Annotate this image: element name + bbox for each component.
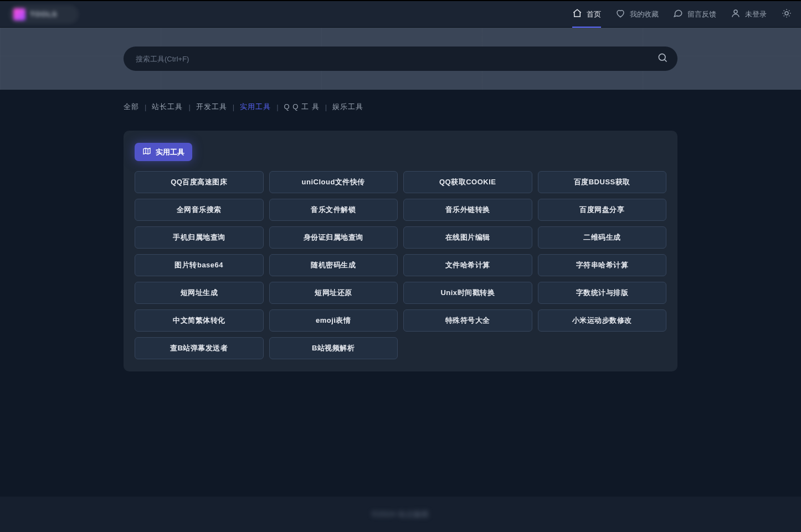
footer: ©2024 站点版权 [0, 497, 801, 532]
user-icon [731, 8, 741, 20]
tool-tile-21[interactable]: emoji表情 [269, 309, 398, 332]
svg-point-0 [734, 10, 737, 13]
tool-tile-16[interactable]: 短网址生成 [135, 282, 264, 304]
brand-text: TOOLS [30, 10, 58, 18]
category-separator: | [276, 103, 278, 111]
tool-tile-9[interactable]: 身份证归属地查询 [269, 226, 398, 249]
tool-tile-10[interactable]: 在线图片编辑 [403, 226, 532, 249]
hero-section [0, 28, 801, 90]
category-bar: 全部|站长工具|开发工具|实用工具|Q Q 工 具|娱乐工具 [0, 90, 801, 117]
brand-logo[interactable]: TOOLS [9, 5, 79, 24]
svg-point-2 [659, 54, 665, 60]
tool-tile-12[interactable]: 图片转base64 [135, 254, 264, 276]
search-bar [124, 47, 677, 71]
tool-tile-0[interactable]: QQ百度高速图床 [135, 171, 264, 193]
section-title: 实用工具 [156, 147, 184, 157]
nav-feedback[interactable]: 留言反馈 [673, 1, 716, 28]
tool-tile-25[interactable]: B站视频解析 [269, 337, 398, 359]
tool-tile-19[interactable]: 字数统计与排版 [538, 282, 667, 304]
tools-panel: 实用工具 QQ百度高速图床uniCloud文件快传QQ获取COOKIE百度BDU… [124, 131, 677, 371]
tools-grid: QQ百度高速图床uniCloud文件快传QQ获取COOKIE百度BDUSS获取全… [135, 171, 666, 359]
tool-tile-2[interactable]: QQ获取COOKIE [403, 171, 532, 193]
tool-tile-18[interactable]: Unix时间戳转换 [403, 282, 532, 304]
category-separator: | [188, 103, 190, 111]
category-1[interactable]: 站长工具 [152, 102, 183, 112]
main-nav: 首页 我的收藏 留言反馈 未登录 [572, 1, 792, 28]
tool-tile-1[interactable]: uniCloud文件快传 [269, 171, 398, 193]
nav-feedback-label: 留言反馈 [687, 9, 716, 19]
sun-icon [782, 8, 792, 20]
category-4[interactable]: Q Q 工 具 [284, 102, 320, 112]
tool-tile-23[interactable]: 小米运动步数修改 [538, 309, 667, 332]
category-separator: | [325, 103, 327, 111]
theme-toggle[interactable] [781, 9, 792, 20]
tool-tile-22[interactable]: 特殊符号大全 [403, 309, 532, 332]
tool-tile-24[interactable]: 查B站弹幕发送者 [135, 337, 264, 359]
tool-tile-17[interactable]: 短网址还原 [269, 282, 398, 304]
search-icon [657, 52, 668, 65]
svg-point-1 [785, 12, 788, 15]
top-bar: TOOLS 首页 我的收藏 留言反馈 未登录 [0, 0, 801, 28]
nav-home[interactable]: 首页 [572, 1, 601, 28]
nav-home-label: 首页 [587, 9, 601, 19]
tool-tile-7[interactable]: 百度网盘分享 [538, 199, 667, 221]
tool-tile-6[interactable]: 音乐外链转换 [403, 199, 532, 221]
map-icon [142, 147, 151, 157]
search-input[interactable] [136, 55, 648, 63]
nav-login[interactable]: 未登录 [731, 1, 767, 28]
nav-favorites-label: 我的收藏 [630, 9, 659, 19]
chat-icon [673, 8, 683, 20]
category-3[interactable]: 实用工具 [240, 102, 271, 112]
category-separator: | [145, 103, 146, 111]
category-5[interactable]: 娱乐工具 [332, 102, 363, 112]
tool-tile-4[interactable]: 全网音乐搜索 [135, 199, 264, 221]
brand-mark-icon [13, 8, 25, 20]
home-icon [572, 8, 582, 20]
tool-tile-15[interactable]: 字符串哈希计算 [538, 254, 667, 276]
tool-tile-20[interactable]: 中文简繁体转化 [135, 309, 264, 332]
heart-icon [615, 8, 625, 20]
nav-login-label: 未登录 [745, 9, 767, 19]
section-chip: 实用工具 [135, 143, 192, 161]
search-button[interactable] [655, 51, 670, 66]
tool-tile-11[interactable]: 二维码生成 [538, 226, 667, 249]
category-separator: | [233, 103, 234, 111]
tool-tile-14[interactable]: 文件哈希计算 [403, 254, 532, 276]
tool-tile-13[interactable]: 随机密码生成 [269, 254, 398, 276]
tool-tile-3[interactable]: 百度BDUSS获取 [538, 171, 667, 193]
category-2[interactable]: 开发工具 [196, 102, 227, 112]
category-0[interactable]: 全部 [124, 102, 139, 112]
tool-tile-5[interactable]: 音乐文件解锁 [269, 199, 398, 221]
nav-favorites[interactable]: 我的收藏 [615, 1, 659, 28]
footer-text: ©2024 站点版权 [372, 509, 429, 519]
tool-tile-8[interactable]: 手机归属地查询 [135, 226, 264, 249]
content-area: 实用工具 QQ百度高速图床uniCloud文件快传QQ获取COOKIE百度BDU… [0, 117, 801, 405]
